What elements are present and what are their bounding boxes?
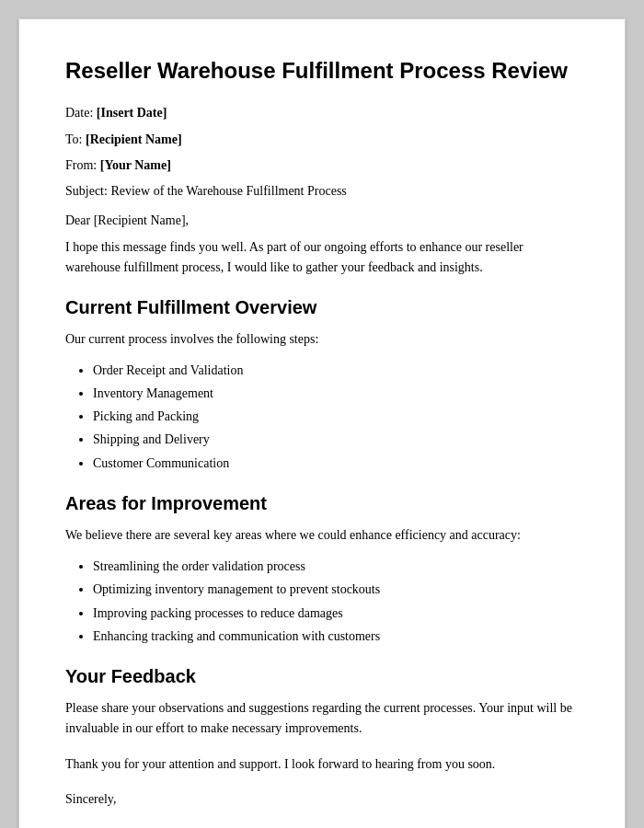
- subject-text: Review of the Warehouse Fulfillment Proc…: [110, 184, 346, 198]
- list-item: Streamlining the order validation proces…: [93, 555, 579, 578]
- section3-paragraph1: Please share your observations and sugge…: [65, 698, 579, 740]
- meta-to: To: [Recipient Name]: [65, 130, 579, 150]
- date-value: [Insert Date]: [97, 106, 167, 120]
- from-label: From:: [65, 158, 97, 172]
- list-item: Inventory Management: [93, 382, 579, 405]
- section3-heading: Your Feedback: [65, 666, 579, 687]
- to-value: [Recipient Name]: [86, 132, 182, 146]
- list-item: Shipping and Delivery: [93, 428, 579, 451]
- list-item: Optimizing inventory management to preve…: [93, 578, 579, 601]
- from-value: [Your Name]: [100, 158, 171, 172]
- list-item: Customer Communication: [93, 452, 579, 475]
- section2-intro: We believe there are several key areas w…: [65, 525, 579, 546]
- document-title: Reseller Warehouse Fulfillment Process R…: [65, 56, 579, 85]
- list-item: Order Receipt and Validation: [93, 359, 579, 382]
- section1-heading: Current Fulfillment Overview: [65, 297, 579, 318]
- section1-list: Order Receipt and ValidationInventory Ma…: [93, 359, 579, 475]
- intro-paragraph: I hope this message finds you well. As p…: [65, 237, 579, 279]
- section1-intro: Our current process involves the followi…: [65, 329, 579, 350]
- list-item: Enhancing tracking and communication wit…: [93, 625, 579, 648]
- date-label: Date:: [65, 106, 93, 120]
- document-container: Reseller Warehouse Fulfillment Process R…: [18, 18, 626, 828]
- subject-label: Subject:: [65, 184, 108, 198]
- salutation: Dear [Recipient Name],: [65, 213, 579, 228]
- to-label: To:: [65, 132, 82, 146]
- section3-paragraph2: Thank you for your attention and support…: [65, 754, 579, 775]
- list-item: Improving packing processes to reduce da…: [93, 602, 579, 625]
- subject-line: Subject: Review of the Warehouse Fulfill…: [65, 181, 579, 201]
- meta-from: From: [Your Name]: [65, 155, 579, 176]
- meta-date: Date: [Insert Date]: [65, 103, 579, 123]
- section2-list: Streamlining the order validation proces…: [93, 555, 579, 648]
- section2-heading: Areas for Improvement: [65, 493, 579, 514]
- list-item: Picking and Packing: [93, 405, 579, 428]
- closing: Sincerely,: [65, 789, 579, 810]
